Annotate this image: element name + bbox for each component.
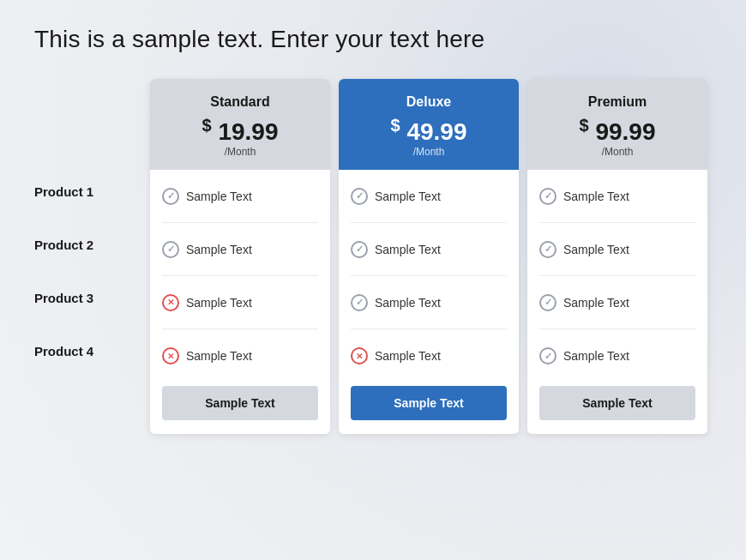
plan-card-deluxe: Deluxe $ 49.99 /Month Sample Text Sample <box>339 79 519 434</box>
feature-text-deluxe-4: Sample Text <box>375 349 441 363</box>
product1-label: Product 1 <box>34 165 146 218</box>
labels-column: Product 1 Product 2 Product 3 Product 4 <box>34 79 146 377</box>
feature-row-deluxe-2: Sample Text <box>351 223 507 276</box>
plan-name-deluxe: Deluxe <box>351 94 507 110</box>
check-icon <box>539 347 556 364</box>
feature-text-deluxe-1: Sample Text <box>375 190 441 203</box>
check-icon <box>539 188 556 205</box>
feature-row-deluxe-4: Sample Text <box>351 329 507 382</box>
feature-text-standard-4: Sample Text <box>186 349 252 363</box>
plan-button-premium[interactable]: Sample Text <box>539 386 695 420</box>
currency-symbol-deluxe: $ <box>391 116 400 135</box>
plan-body-premium: Sample Text Sample Text Sample Text Samp… <box>527 170 707 434</box>
plan-card-premium: Premium $ 99.99 /Month Sample Text Sampl… <box>527 79 707 434</box>
feature-row-standard-1: Sample Text <box>162 170 318 223</box>
check-icon <box>351 241 368 258</box>
check-icon <box>351 294 368 311</box>
check-icon <box>539 294 556 311</box>
plan-button-deluxe[interactable]: Sample Text <box>351 386 507 420</box>
plan-header-standard: Standard $ 19.99 /Month <box>150 79 330 170</box>
cross-icon <box>351 347 368 364</box>
plan-period-deluxe: /Month <box>351 146 507 158</box>
plan-card-standard: Standard $ 19.99 /Month Sample Text Samp… <box>150 79 330 434</box>
feature-text-premium-2: Sample Text <box>563 243 629 256</box>
plan-body-deluxe: Sample Text Sample Text Sample Text Samp… <box>339 170 519 434</box>
feature-row-standard-2: Sample Text <box>162 223 318 276</box>
plan-price-line-deluxe: $ 49.99 <box>351 117 507 144</box>
currency-symbol-premium: $ <box>580 116 589 135</box>
plan-price-standard: $ 19.99 <box>202 117 279 144</box>
page-title: This is a sample text. Enter your text h… <box>34 26 484 53</box>
cross-icon <box>162 347 179 364</box>
plan-button-standard[interactable]: Sample Text <box>162 386 318 420</box>
plan-price-line-standard: $ 19.99 <box>162 117 318 144</box>
feature-text-standard-3: Sample Text <box>186 296 252 310</box>
feature-text-deluxe-2: Sample Text <box>375 243 441 256</box>
plan-price-line-premium: $ 99.99 <box>539 117 695 144</box>
plan-header-deluxe: Deluxe $ 49.99 /Month <box>339 79 519 170</box>
feature-text-standard-1: Sample Text <box>186 190 252 203</box>
plan-name-standard: Standard <box>162 94 318 110</box>
product2-label: Product 2 <box>34 218 146 271</box>
feature-row-premium-4: Sample Text <box>539 329 695 382</box>
plan-price-premium: $ 99.99 <box>580 117 656 144</box>
check-icon <box>351 188 368 205</box>
feature-row-premium-3: Sample Text <box>539 276 695 329</box>
feature-row-premium-1: Sample Text <box>539 170 695 223</box>
check-icon <box>162 188 179 205</box>
pricing-wrapper: Product 1 Product 2 Product 3 Product 4 … <box>34 79 712 434</box>
feature-row-standard-3: Sample Text <box>162 276 318 329</box>
plan-name-premium: Premium <box>539 94 695 110</box>
check-icon <box>539 241 556 258</box>
cross-icon <box>162 294 179 311</box>
feature-text-premium-3: Sample Text <box>563 296 629 310</box>
plan-header-premium: Premium $ 99.99 /Month <box>527 79 707 170</box>
feature-row-deluxe-1: Sample Text <box>351 170 507 223</box>
check-icon <box>162 241 179 258</box>
plan-period-standard: /Month <box>162 146 318 158</box>
plans-area: Standard $ 19.99 /Month Sample Text Samp… <box>146 79 712 434</box>
product4-label: Product 4 <box>34 324 146 377</box>
plan-period-premium: /Month <box>539 146 695 158</box>
feature-text-standard-2: Sample Text <box>186 243 252 256</box>
plan-price-deluxe: $ 49.99 <box>391 117 467 144</box>
plan-body-standard: Sample Text Sample Text Sample Text Samp… <box>150 170 330 434</box>
feature-text-premium-4: Sample Text <box>563 349 629 363</box>
product3-label: Product 3 <box>34 271 146 324</box>
feature-row-standard-4: Sample Text <box>162 329 318 382</box>
feature-text-deluxe-3: Sample Text <box>375 296 441 310</box>
feature-row-premium-2: Sample Text <box>539 223 695 276</box>
currency-symbol-standard: $ <box>202 116 212 135</box>
feature-text-premium-1: Sample Text <box>563 190 629 203</box>
feature-row-deluxe-3: Sample Text <box>351 276 507 329</box>
